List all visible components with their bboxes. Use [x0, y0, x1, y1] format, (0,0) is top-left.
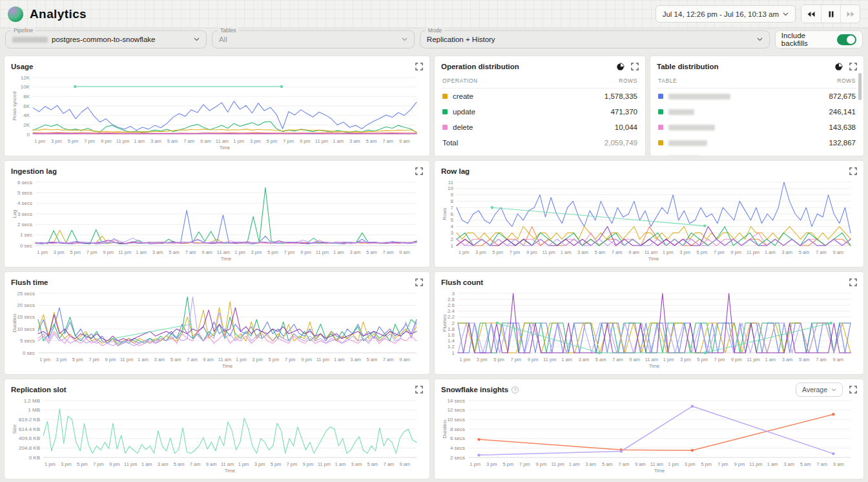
- svg-text:7 am: 7 am: [190, 461, 201, 467]
- svg-text:2: 2: [451, 236, 454, 242]
- date-range-label: Jul 14, 12:26 pm - Jul 16, 10:13 am: [663, 10, 779, 18]
- expand-icon[interactable]: [415, 386, 423, 393]
- svg-text:7 pm: 7 pm: [510, 249, 521, 255]
- svg-text:11 pm: 11 pm: [551, 461, 564, 467]
- svg-text:0 sec: 0 sec: [20, 243, 32, 249]
- svg-text:3 pm: 3 pm: [477, 357, 488, 362]
- tables-select[interactable]: Tables All: [212, 30, 415, 48]
- svg-text:7 am: 7 am: [183, 138, 194, 144]
- svg-text:7 pm: 7 pm: [87, 249, 98, 255]
- svg-text:7 am: 7 am: [816, 461, 827, 467]
- flush-time-chart[interactable]: 0 sec5 secs10 secs15 secs20 secs25 secs1…: [11, 288, 423, 370]
- snowflake_insights-svg: 2 secs4 secs6 secs8 secs10 secs12 secs14…: [441, 395, 857, 474]
- svg-text:9 am: 9 am: [635, 461, 646, 467]
- ingestion-lag-title: Ingestion lag: [11, 167, 57, 175]
- flush_time-svg: 0 sec5 secs10 secs15 secs20 secs25 secs1…: [11, 288, 423, 370]
- svg-text:9 pm: 9 pm: [300, 138, 311, 144]
- svg-text:2 secs: 2 secs: [17, 222, 32, 227]
- svg-text:1 pm: 1 pm: [234, 249, 245, 255]
- dashboard-grid: Usage 02K4K6K8K10K12K1 pm3 pm5 pm7 pm9 p…: [0, 53, 868, 482]
- expand-icon[interactable]: [415, 63, 423, 70]
- expand-icon[interactable]: [415, 167, 423, 175]
- svg-text:8 secs: 8 secs: [450, 426, 465, 432]
- svg-text:9: 9: [451, 192, 454, 198]
- svg-text:9 pm: 9 pm: [731, 357, 742, 362]
- svg-text:1.2 MB: 1.2 MB: [24, 398, 40, 404]
- svg-text:9 am: 9 am: [399, 138, 410, 144]
- mode-select[interactable]: Mode Replication + History: [420, 30, 770, 48]
- table-row: 84,567: [657, 151, 857, 156]
- row-value: 246,141: [829, 108, 856, 116]
- include-backfills-toggle[interactable]: [837, 34, 856, 45]
- svg-text:1 pm: 1 pm: [663, 357, 674, 362]
- replication-slot-title: Replication slot: [11, 386, 67, 393]
- svg-text:3 am: 3 am: [349, 138, 360, 144]
- mode-value: Replication + History: [427, 36, 495, 43]
- flush-count-chart[interactable]: 11.21.41.61.822.22.42.62.831 pm3 pm5 pm7…: [441, 288, 857, 370]
- svg-text:11 am: 11 am: [650, 461, 663, 467]
- svg-text:11 pm: 11 pm: [120, 357, 133, 362]
- pipeline-label: Pipeline: [11, 27, 36, 34]
- aggregate-select[interactable]: Average: [796, 382, 843, 397]
- expand-icon[interactable]: [849, 386, 857, 393]
- svg-text:5 pm: 5 pm: [493, 357, 504, 362]
- usage-chart[interactable]: 02K4K6K8K10K12K1 pm3 pm5 pm7 pm9 pm11 pm…: [11, 72, 423, 151]
- ingestion-lag-chart[interactable]: 0 sec1 sec2 secs3 secs4 secs5 secs6 secs…: [11, 177, 423, 262]
- svg-text:Rows: Rows: [442, 207, 448, 220]
- svg-text:1 pm: 1 pm: [34, 138, 45, 144]
- svg-text:11 pm: 11 pm: [124, 461, 137, 467]
- svg-text:9 am: 9 am: [399, 461, 410, 467]
- expand-icon[interactable]: [849, 63, 857, 70]
- svg-text:5 pm: 5 pm: [267, 249, 278, 255]
- scrollbar-thumb[interactable]: [858, 73, 862, 100]
- redacted-table-name: [668, 94, 730, 100]
- svg-text:7 pm: 7 pm: [283, 138, 294, 144]
- svg-text:9 pm: 9 pm: [528, 357, 539, 362]
- row-lag-chart[interactable]: 12345678910111 pm3 pm5 pm7 pm9 pm11 pm1 …: [441, 177, 857, 262]
- svg-text:3 pm: 3 pm: [252, 357, 263, 362]
- table-distribution-title: Table distribution: [657, 63, 719, 70]
- flush-time-title: Flush time: [11, 278, 48, 286]
- filter-bar: Pipeline postgres-common-to-snowflake Ta…: [0, 28, 868, 53]
- svg-text:1 am: 1 am: [765, 249, 776, 255]
- app-logo: [8, 6, 23, 22]
- svg-text:8K: 8K: [23, 94, 30, 100]
- pipeline-select[interactable]: Pipeline postgres-common-to-snowflake: [5, 30, 207, 48]
- skip-back-button[interactable]: [801, 5, 821, 23]
- svg-text:11 pm: 11 pm: [318, 461, 331, 467]
- svg-text:7 am: 7 am: [185, 249, 196, 255]
- svg-text:5 pm: 5 pm: [271, 461, 282, 467]
- svg-text:5 pm: 5 pm: [269, 357, 280, 362]
- svg-text:10 secs: 10 secs: [447, 417, 465, 423]
- expand-icon[interactable]: [849, 278, 857, 286]
- svg-text:204.8 KB: 204.8 KB: [19, 445, 40, 451]
- help-icon[interactable]: ?: [512, 386, 519, 393]
- row-value: 872,675: [829, 92, 856, 100]
- expand-icon[interactable]: [631, 63, 639, 70]
- svg-text:5 pm: 5 pm: [697, 249, 708, 255]
- pie-chart-icon[interactable]: [616, 63, 625, 71]
- snowflake-insights-chart[interactable]: 2 secs4 secs6 secs8 secs10 secs12 secs14…: [441, 395, 857, 474]
- svg-text:5 pm: 5 pm: [492, 249, 503, 255]
- svg-text:1.8: 1.8: [448, 326, 455, 332]
- date-range-picker[interactable]: Jul 14, 12:26 pm - Jul 16, 10:13 am: [656, 5, 796, 23]
- skip-forward-button[interactable]: [840, 5, 860, 23]
- expand-icon[interactable]: [415, 278, 423, 286]
- svg-text:7 pm: 7 pm: [714, 357, 725, 362]
- svg-text:9 pm: 9 pm: [730, 249, 741, 255]
- svg-text:11 am: 11 am: [217, 249, 230, 255]
- svg-text:2 secs: 2 secs: [450, 455, 465, 461]
- table-row: 132,867: [657, 135, 857, 151]
- operation-distribution-card: Operation distribution OPERATION ROWS cr…: [434, 56, 646, 156]
- svg-text:5 am: 5 am: [366, 249, 377, 255]
- pie-chart-icon[interactable]: [834, 63, 843, 71]
- svg-text:3 pm: 3 pm: [685, 461, 696, 467]
- svg-text:1 am: 1 am: [138, 357, 149, 362]
- svg-text:3 pm: 3 pm: [61, 461, 72, 467]
- pause-button[interactable]: [821, 5, 840, 23]
- svg-text:7 pm: 7 pm: [510, 357, 521, 362]
- expand-icon[interactable]: [849, 167, 857, 175]
- replication-slot-chart[interactable]: 0 KB204.8 KB409.6 KB614.4 KB819.2 KB1 MB…: [11, 395, 423, 474]
- tables-value: All: [219, 36, 227, 43]
- table-row: create1,578,335: [441, 89, 639, 104]
